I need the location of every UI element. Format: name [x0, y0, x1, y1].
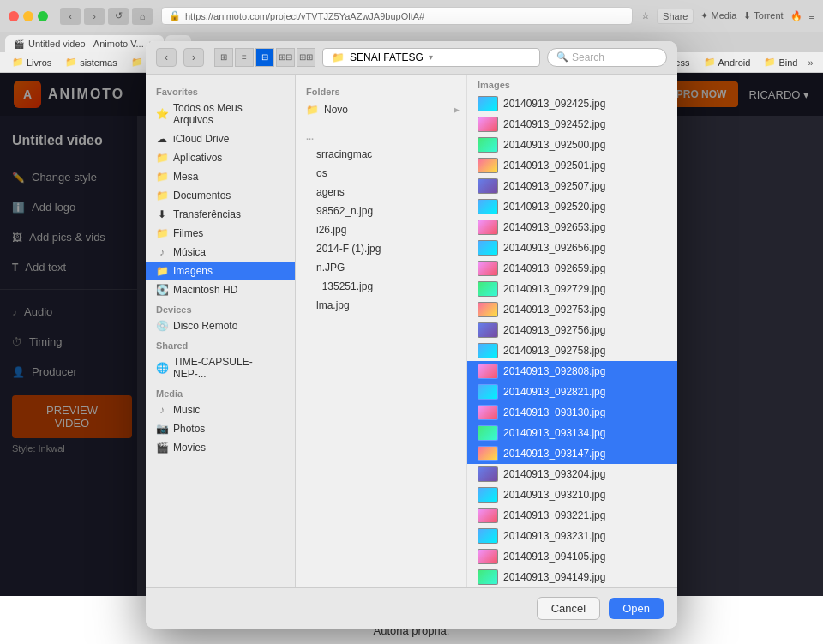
sidebar-item-todos[interactable]: ⭐ Todos os Meus Arquivos: [146, 99, 295, 129]
file-list-item[interactable]: 20140913_093147.jpg: [467, 443, 677, 464]
file-list-item[interactable]: 20140913_092507.jpg: [467, 176, 677, 196]
file-list-item[interactable]: 20140913_092821.jpg: [467, 382, 677, 402]
file-list-item[interactable]: 20140913_092756.jpg: [467, 320, 677, 340]
file-list-item[interactable]: 20140913_092425.jpg: [467, 93, 677, 114]
close-button[interactable]: [9, 11, 19, 21]
open-button[interactable]: Open: [609, 598, 664, 619]
music-icon: ♪: [156, 404, 168, 416]
file-list-item[interactable]: 20140913_092501.jpg: [467, 155, 677, 176]
download-icon: ⬇: [156, 208, 168, 220]
dialog-view-buttons: ⊞ ≡ ⊟ ⊞⊟ ⊞⊞: [214, 48, 315, 67]
file-thumbnail: [478, 425, 498, 441]
sidebar-item-icloud[interactable]: ☁ iCloud Drive: [146, 129, 295, 148]
sidebar-item-filmes[interactable]: 📁 Filmes: [146, 224, 295, 243]
home-button[interactable]: ⌂: [132, 8, 153, 25]
sidebar-item-imagens[interactable]: 📁 Imagens: [146, 262, 295, 280]
file-name: 20140913_093210.jpg: [503, 489, 605, 501]
menu-icon[interactable]: ≡: [809, 11, 814, 21]
sidebar-item-aplicativos[interactable]: 📁 Aplicativos: [146, 148, 295, 167]
active-tab[interactable]: 🎬 Untitled video - Animoto V... ✕: [5, 35, 164, 52]
folder-novo[interactable]: 📁 Novo ▶: [296, 100, 466, 119]
sidebar-item-transferencias[interactable]: ⬇ Transferências: [146, 205, 295, 224]
sidebar-item-movies[interactable]: 🎬 Movies: [146, 438, 295, 457]
sidebar-item-photos[interactable]: 📷 Photos: [146, 419, 295, 438]
file-list-item[interactable]: 20140913_092659.jpg: [467, 258, 677, 279]
forward-button[interactable]: ›: [84, 8, 105, 25]
file-list-item[interactable]: 20140913_094149.jpg: [467, 567, 677, 587]
disk-icon: 💿: [156, 320, 168, 332]
view-list-btn[interactable]: ≡: [235, 48, 254, 67]
bookmark-bind[interactable]: 📁 Bind: [760, 55, 801, 69]
maximize-button[interactable]: [38, 11, 48, 21]
dialog-main: Folders 📁 Novo ▶ ... srracingmacosagens9…: [296, 75, 677, 587]
dialog-footer: Cancel Open: [146, 587, 677, 629]
folder-icon: 📁: [156, 171, 168, 183]
bookmark-android[interactable]: 📁 Android: [700, 55, 754, 69]
file-list-item[interactable]: 20140913_092520.jpg: [467, 196, 677, 217]
middle-file-item[interactable]: i26.jpg: [296, 220, 466, 239]
tab-favicon: 🎬: [14, 39, 24, 49]
file-list-item[interactable]: 20140913_092729.jpg: [467, 279, 677, 299]
file-list-item[interactable]: 20140913_093134.jpg: [467, 423, 677, 443]
middle-file-item[interactable]: _135251.jpg: [296, 277, 466, 296]
share-button[interactable]: Share: [657, 9, 694, 24]
reload-button[interactable]: ↺: [108, 8, 129, 25]
folder-blue-icon: 📁: [306, 104, 319, 116]
nav-buttons: ‹ › ↺ ⌂: [60, 8, 153, 25]
search-placeholder: Search: [572, 51, 604, 63]
file-list-item[interactable]: 20140913_092656.jpg: [467, 238, 677, 258]
file-list-item[interactable]: 20140913_093204.jpg: [467, 464, 677, 485]
middle-file-item[interactable]: os: [296, 164, 466, 183]
media-label: Media: [146, 383, 295, 400]
back-button[interactable]: ‹: [60, 8, 81, 25]
more-bookmarks[interactable]: »: [808, 57, 813, 68]
file-list-item[interactable]: 20140913_093231.jpg: [467, 526, 677, 546]
middle-file-item[interactable]: 2014-F (1).jpg: [296, 239, 466, 258]
file-list-item[interactable]: 20140913_092758.jpg: [467, 340, 677, 361]
bookmark-sistemas[interactable]: 📁 sistemas: [62, 55, 120, 69]
file-name: srracingmac: [316, 148, 372, 160]
view-flow-btn[interactable]: ⊞⊟: [276, 48, 295, 67]
file-list-item[interactable]: 20140913_093210.jpg: [467, 485, 677, 505]
view-share-btn[interactable]: ⊞⊞: [297, 48, 315, 67]
bookmark-livros[interactable]: 📁 Livros: [9, 55, 55, 69]
dialog-search-box[interactable]: 🔍 Search: [547, 48, 667, 67]
view-column-btn[interactable]: ⊟: [255, 48, 274, 67]
file-list-item[interactable]: 20140913_093130.jpg: [467, 402, 677, 423]
dialog-location[interactable]: 📁 SENAI FATESG ▾: [322, 48, 540, 67]
middle-file-item[interactable]: agens: [296, 183, 466, 202]
tab-label: Untitled video - Animoto V...: [28, 39, 144, 49]
middle-file-item[interactable]: lma.jpg: [296, 296, 466, 315]
sidebar-item-documentos[interactable]: 📁 Documentos: [146, 186, 295, 205]
minimize-button[interactable]: [23, 11, 33, 21]
sidebar-item-macintosh[interactable]: 💽 Macintosh HD: [146, 280, 295, 299]
file-name: 20140913_092500.jpg: [503, 139, 605, 151]
file-list-item[interactable]: 20140913_092452.jpg: [467, 114, 677, 135]
sidebar-item-musica[interactable]: ♪ Música: [146, 243, 295, 262]
file-list-item[interactable]: 20140913_092500.jpg: [467, 135, 677, 155]
file-list-item[interactable]: 20140913_092653.jpg: [467, 217, 677, 238]
star-icon[interactable]: ☆: [641, 10, 650, 21]
file-list-item[interactable]: 20140913_092808.jpg: [467, 361, 677, 382]
address-bar[interactable]: 🔒 https://animoto.com/project/vTVTJZ5YaA…: [161, 7, 633, 25]
file-list-item[interactable]: 20140913_092753.jpg: [467, 299, 677, 320]
sidebar-item-music[interactable]: ♪ Music: [146, 400, 295, 419]
middle-file-item[interactable]: n.JPG: [296, 258, 466, 277]
file-dialog: ‹ › ⊞ ≡ ⊟ ⊞⊟ ⊞⊞ 📁 SENAI FATESG ▾: [146, 41, 677, 629]
file-name: 20140913_093231.jpg: [503, 530, 605, 542]
file-list-item[interactable]: 20140913_093221.jpg: [467, 505, 677, 526]
view-icon-btn[interactable]: ⊞: [214, 48, 233, 67]
file-list-item[interactable]: 20140913_094105.jpg: [467, 546, 677, 567]
sidebar-item-time-capsule[interactable]: 🌐 TIME-CAPSULE-NEP-...: [146, 352, 295, 383]
sidebar-item-disco-remoto[interactable]: 💿 Disco Remoto: [146, 316, 295, 335]
file-name: 20140913_093130.jpg: [503, 406, 605, 418]
sidebar-item-mesa[interactable]: 📁 Mesa: [146, 167, 295, 186]
cancel-button[interactable]: Cancel: [537, 597, 600, 620]
cloud-icon: ☁: [156, 133, 168, 145]
dialog-back-button[interactable]: ‹: [156, 48, 177, 67]
dialog-forward-button[interactable]: ›: [183, 48, 204, 67]
folders-column: Folders 📁 Novo ▶ ... srracingmacosagens9…: [296, 75, 467, 587]
file-name: 20140913_092821.jpg: [503, 386, 605, 398]
middle-file-item[interactable]: 98562_n.jpg: [296, 202, 466, 220]
middle-file-item[interactable]: srracingmac: [296, 145, 466, 164]
